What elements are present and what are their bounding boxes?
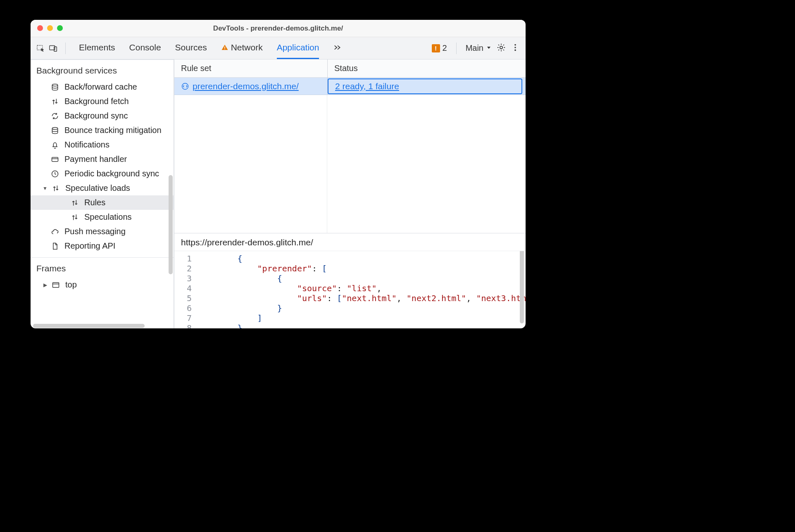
sidebar-item-label: Payment handler (64, 154, 127, 164)
panel-body: Background services Back/forward cache B… (31, 59, 526, 328)
code-content[interactable]: { "prerender": [ { "source": "list", "ur… (196, 251, 526, 328)
sidebar-item-label: Notifications (64, 140, 109, 150)
source-icon (181, 82, 189, 90)
sidebar-item-label: Push messaging (64, 227, 126, 236)
minimize-window-button[interactable] (47, 25, 53, 31)
inspect-element-icon[interactable] (36, 44, 45, 53)
devtools-window: DevTools - prerender-demos.glitch.me/ El… (31, 20, 526, 328)
svg-rect-4 (224, 49, 225, 50)
tab-network-label: Network (231, 43, 263, 52)
close-window-button[interactable] (37, 25, 43, 31)
bell-icon (50, 140, 60, 150)
sidebar-item-periodic-sync[interactable]: Periodic background sync (31, 166, 174, 181)
sidebar-item-speculations[interactable]: Speculations (31, 210, 174, 224)
credit-card-icon (50, 155, 60, 164)
svg-point-9 (52, 84, 57, 86)
window-icon (51, 280, 60, 290)
sidebar-item-payment-handler[interactable]: Payment handler (31, 152, 174, 166)
warning-icon (221, 44, 229, 51)
sidebar-vertical-scrollbar[interactable] (169, 175, 173, 274)
chevron-down-icon (486, 45, 492, 51)
rule-set-cell[interactable]: prerender-demos.glitch.me/ (174, 81, 327, 91)
sidebar-item-label: Speculative loads (65, 183, 130, 193)
rules-table-header: Rule set Status (174, 59, 526, 78)
issues-badge-icon: ! (432, 44, 440, 52)
sidebar-item-label: Periodic background sync (64, 169, 159, 178)
status-link[interactable]: 2 ready, 1 failure (335, 81, 399, 91)
target-label: Main (466, 43, 483, 53)
sync-icon (50, 112, 60, 121)
transfer-arrows-icon (51, 184, 60, 193)
disclosure-triangle-icon[interactable]: ▼ (42, 185, 48, 191)
database-icon (50, 126, 60, 135)
window-controls (37, 25, 63, 31)
settings-icon[interactable] (497, 43, 506, 54)
toolbar-separator (456, 43, 457, 54)
sidebar-item-label: Reporting API (64, 241, 115, 251)
sidebar-horizontal-scrollbar[interactable] (31, 323, 174, 328)
sidebar-item-speculative-loads[interactable]: ▼ Speculative loads (31, 181, 174, 195)
panel-tabs: Elements Console Sources Network Applica… (79, 37, 342, 59)
svg-point-5 (500, 46, 502, 48)
disclosure-triangle-icon[interactable]: ▶ (42, 282, 48, 288)
sidebar-item-label: Bounce tracking mitigation (64, 126, 162, 135)
sidebar-item-reporting-api[interactable]: Reporting API (31, 239, 174, 253)
sidebar-item-label: Rules (84, 198, 105, 207)
svg-point-6 (514, 44, 516, 45)
svg-rect-3 (224, 47, 225, 49)
speculation-rules-source: 123456789 { "prerender": [ { "source": "… (174, 251, 526, 328)
toolbar-right: ! 2 Main (432, 43, 520, 54)
rules-table-row[interactable]: prerender-demos.glitch.me/ 2 ready, 1 fa… (174, 78, 526, 95)
sidebar-item-rules[interactable]: Rules (31, 195, 174, 210)
device-toolbar-icon[interactable] (49, 44, 58, 53)
target-selector[interactable]: Main (466, 43, 492, 53)
sidebar-item-frame-top[interactable]: ▶ top (31, 278, 174, 292)
svg-point-7 (514, 47, 516, 48)
issues-indicator[interactable]: ! 2 (432, 43, 447, 53)
document-icon (50, 242, 60, 251)
sidebar-item-bounce-tracking[interactable]: Bounce tracking mitigation (31, 123, 174, 138)
sidebar-item-back-forward-cache[interactable]: Back/forward cache (31, 80, 174, 94)
column-header-rule-set[interactable]: Rule set (174, 59, 327, 77)
rule-origin: https://prerender-demos.glitch.me/ (174, 233, 526, 251)
rules-table-body (174, 95, 526, 233)
application-sidebar: Background services Back/forward cache B… (31, 59, 174, 328)
more-options-icon[interactable] (511, 43, 520, 54)
svg-rect-13 (53, 283, 59, 287)
issues-count: 2 (443, 43, 447, 53)
maximize-window-button[interactable] (57, 25, 63, 31)
sidebar-item-push-messaging[interactable]: Push messaging (31, 224, 174, 239)
transfer-arrows-icon (50, 97, 60, 106)
tab-console[interactable]: Console (129, 37, 161, 59)
sidebar-item-background-fetch[interactable]: Background fetch (31, 94, 174, 109)
devtools-toolbar: Elements Console Sources Network Applica… (31, 37, 526, 59)
svg-point-10 (52, 127, 57, 129)
detail-vertical-scrollbar[interactable] (520, 251, 524, 323)
sidebar-item-label: Background sync (64, 111, 128, 121)
sidebar-item-background-sync[interactable]: Background sync (31, 109, 174, 123)
sidebar-item-label: Background fetch (64, 97, 129, 106)
more-tabs-icon[interactable] (333, 43, 342, 54)
tab-sources[interactable]: Sources (175, 37, 207, 59)
transfer-arrows-icon (70, 213, 79, 222)
database-icon (50, 83, 60, 92)
cloud-icon (50, 227, 60, 236)
sidebar-section-frames: Frames (31, 258, 174, 278)
sidebar-item-label: top (65, 280, 77, 290)
rules-panel: Rule set Status prerender-demos.glitch.m… (174, 59, 526, 328)
tab-application[interactable]: Application (277, 37, 319, 59)
svg-point-8 (514, 49, 516, 51)
rule-set-link[interactable]: prerender-demos.glitch.me/ (193, 81, 299, 91)
tab-network[interactable]: Network (221, 37, 263, 59)
svg-rect-2 (54, 47, 57, 51)
status-cell[interactable]: 2 ready, 1 failure (328, 79, 521, 93)
column-header-status[interactable]: Status (328, 59, 526, 77)
tab-elements[interactable]: Elements (79, 37, 115, 59)
toolbar-separator (65, 43, 66, 54)
sidebar-item-notifications[interactable]: Notifications (31, 138, 174, 152)
clock-icon (50, 169, 60, 178)
window-titlebar: DevTools - prerender-demos.glitch.me/ (31, 20, 526, 37)
transfer-arrows-icon (70, 198, 79, 207)
line-number-gutter: 123456789 (174, 251, 196, 328)
sidebar-item-label: Back/forward cache (64, 82, 137, 92)
